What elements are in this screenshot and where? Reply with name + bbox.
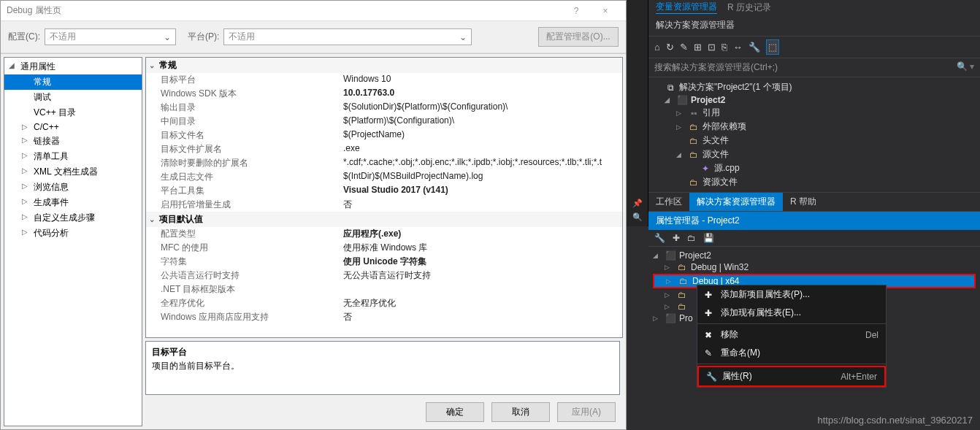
- external-deps-node[interactable]: ▷🗀外部依赖项: [653, 120, 976, 134]
- dialog-title: Debug 属性页: [7, 4, 61, 17]
- chevron-down-icon: ⌄: [459, 32, 467, 42]
- chevron-down-icon: ⌄: [164, 32, 171, 42]
- tab-r-help[interactable]: R 帮助: [783, 193, 824, 211]
- resources-node[interactable]: 🗀资源文件: [653, 175, 976, 189]
- config-label: 配置(C):: [8, 31, 40, 43]
- project-node[interactable]: ◢⬛Project2: [653, 94, 976, 106]
- property-row[interactable]: 目标文件名$(ProjectName): [146, 128, 622, 142]
- solution-search[interactable]: 搜索解决方案资源管理器(Ctrl+;) 🔍 ▾: [648, 58, 980, 77]
- add-icon[interactable]: ✚: [673, 233, 680, 243]
- wrench-icon[interactable]: 🔧: [654, 233, 665, 243]
- category-header[interactable]: ⌄常规: [146, 58, 622, 73]
- search-placeholder: 搜索解决方案资源管理器(Ctrl+;): [654, 62, 778, 72]
- pm-project-node[interactable]: ◢⬛Project2: [653, 250, 976, 261]
- property-grid[interactable]: ⌄常规目标平台Windows 10Windows SDK 版本10.0.1776…: [145, 57, 623, 338]
- solution-explorer-title: 解决方案资源管理器: [648, 15, 980, 37]
- platform-combo[interactable]: 不适用⌄: [223, 28, 472, 45]
- search-icon[interactable]: 🔍: [632, 212, 643, 222]
- property-manager-title: 属性管理器 - Project2: [648, 212, 980, 230]
- ok-button[interactable]: 确定: [426, 402, 484, 422]
- property-row[interactable]: 目标文件扩展名.exe: [146, 142, 622, 156]
- property-row[interactable]: .NET 目标框架版本: [146, 283, 622, 296]
- pin-icon[interactable]: 📌: [632, 199, 643, 208]
- menu-item[interactable]: ✖移除Del: [697, 326, 886, 344]
- tab-workspace[interactable]: 工作区: [648, 193, 689, 211]
- property-row[interactable]: 全程序优化无全程序优化: [146, 296, 622, 310]
- toolbar-icon[interactable]: ⊞: [694, 42, 702, 53]
- property-pages-dialog: Debug 属性页 ? × 配置(C): 不适用⌄ 平台(P): 不适用⌄ 配置…: [0, 0, 627, 430]
- tree-node[interactable]: ▷链接器: [4, 134, 142, 149]
- cancel-button[interactable]: 取消: [491, 402, 550, 422]
- toolbar-icon[interactable]: ⎘: [721, 42, 727, 53]
- close-button[interactable]: ×: [591, 6, 620, 16]
- config-row: 配置(C): 不适用⌄ 平台(P): 不适用⌄ 配置管理器(O)...: [1, 21, 626, 53]
- toolbar-icon[interactable]: 🔧: [749, 42, 760, 53]
- toolbar-icon[interactable]: ✎: [680, 42, 688, 53]
- tree-node[interactable]: ▷清单工具: [4, 149, 142, 164]
- search-icon: 🔍 ▾: [957, 61, 974, 72]
- tab-r-history[interactable]: R 历史记录: [727, 1, 771, 14]
- tree-node[interactable]: ▷自定义生成步骤: [4, 210, 142, 226]
- property-row[interactable]: 输出目录$(SolutionDir)$(Platform)\$(Configur…: [146, 101, 622, 115]
- tree-node[interactable]: ▷C/C++: [4, 120, 142, 134]
- tree-node[interactable]: VC++ 目录: [4, 105, 142, 120]
- description-box: 目标平台 项目的当前目标平台。: [145, 341, 620, 395]
- menu-item[interactable]: ✎重命名(M): [697, 344, 886, 362]
- tree-node[interactable]: ▷浏览信息: [4, 180, 142, 195]
- tree-node[interactable]: ▷XML 文档生成器: [4, 164, 142, 180]
- tree-node[interactable]: ▷生成事件: [4, 195, 142, 210]
- apply-button[interactable]: 应用(A): [557, 402, 616, 422]
- sources-node[interactable]: ◢🗀源文件: [653, 147, 976, 161]
- menu-item[interactable]: ✚添加现有属性表(E)...: [697, 304, 886, 322]
- property-row[interactable]: 字符集使用 Unicode 字符集: [146, 255, 622, 269]
- menu-item[interactable]: 🔧属性(R)Alt+Enter: [697, 366, 886, 387]
- bottom-tabs: 工作区 解决方案资源管理器 R 帮助: [648, 192, 980, 212]
- top-tabs: 变量资源管理器 R 历史记录: [648, 0, 980, 15]
- headers-node[interactable]: 🗀头文件: [653, 134, 976, 147]
- tab-solution-explorer[interactable]: 解决方案资源管理器: [689, 193, 783, 211]
- source-file-node[interactable]: ✦源.cpp: [653, 161, 976, 175]
- property-row[interactable]: 中间目录$(Platform)\$(Configuration)\: [146, 115, 622, 128]
- property-row[interactable]: 公共语言运行时支持无公共语言运行时支持: [146, 269, 622, 283]
- menu-item[interactable]: ✚添加新项目属性表(P)...: [697, 285, 886, 304]
- property-row[interactable]: Windows SDK 版本10.0.17763.0: [146, 87, 622, 101]
- description-title: 目标平台: [152, 346, 613, 358]
- tab-variable-explorer[interactable]: 变量资源管理器: [656, 1, 717, 14]
- property-manager-toolbar: 🔧 ✚ 🗀 💾: [648, 230, 980, 247]
- save-icon[interactable]: 💾: [703, 233, 714, 243]
- toolbar-icon[interactable]: ↔: [733, 42, 743, 53]
- property-manager-tree[interactable]: ◢⬛Project2 ▷🗀Debug | Win32 ▷🗀Debug | x64…: [648, 247, 980, 327]
- dialog-titlebar: Debug 属性页 ? ×: [1, 1, 626, 21]
- toolbar-icon[interactable]: ⊡: [708, 42, 716, 53]
- folder-icon[interactable]: 🗀: [687, 233, 696, 243]
- tree-node[interactable]: 常规: [4, 74, 142, 90]
- config-manager-button[interactable]: 配置管理器(O)...: [538, 27, 619, 47]
- property-row[interactable]: 清除时要删除的扩展名*.cdf;*.cache;*.obj;*.obj.enc;…: [146, 156, 622, 170]
- visual-studio-panel: 📌 🔍 变量资源管理器 R 历史记录 解决方案资源管理器 ⌂↻✎⊞⊡⎘↔🔧⬚ 搜…: [627, 0, 980, 430]
- property-row[interactable]: 目标平台Windows 10: [146, 73, 622, 87]
- references-node[interactable]: ▷▪▪引用: [653, 106, 976, 120]
- collapsed-sidebar: 📌 🔍: [627, 0, 648, 226]
- property-row[interactable]: 启用托管增量生成否: [146, 198, 622, 212]
- property-row[interactable]: 生成日志文件$(IntDir)$(MSBuildProjectName).log: [146, 170, 622, 184]
- toolbar-icon[interactable]: ⌂: [654, 42, 660, 53]
- watermark: https://blog.csdn.net/sinat_39620217: [818, 415, 973, 426]
- property-row[interactable]: 平台工具集Visual Studio 2017 (v141): [146, 184, 622, 198]
- tree-node[interactable]: ▷代码分析: [4, 226, 142, 241]
- category-header[interactable]: ⌄项目默认值: [146, 212, 622, 227]
- solution-tree[interactable]: ⧉解决方案"Project2"(1 个项目) ◢⬛Project2 ▷▪▪引用 …: [648, 77, 980, 192]
- tree-node[interactable]: ◢通用属性: [4, 59, 142, 74]
- property-row[interactable]: MFC 的使用使用标准 Windows 库: [146, 241, 622, 255]
- help-button[interactable]: ?: [562, 6, 591, 16]
- toolbar-icon[interactable]: ⬚: [766, 39, 779, 55]
- category-tree[interactable]: ◢通用属性常规调试VC++ 目录▷C/C++▷链接器▷清单工具▷XML 文档生成…: [4, 57, 142, 426]
- toolbar-icon[interactable]: ↻: [666, 42, 674, 53]
- property-row[interactable]: Windows 应用商店应用支持否: [146, 310, 622, 324]
- context-menu: ✚添加新项目属性表(P)...✚添加现有属性表(E)...✖移除Del✎重命名(…: [697, 285, 887, 388]
- pm-config-win32[interactable]: ▷🗀Debug | Win32: [653, 261, 976, 273]
- solution-node[interactable]: ⧉解决方案"Project2"(1 个项目): [653, 80, 976, 94]
- config-combo[interactable]: 不适用⌄: [45, 28, 176, 45]
- tree-node[interactable]: 调试: [4, 90, 142, 105]
- property-row[interactable]: 配置类型应用程序(.exe): [146, 227, 622, 241]
- description-body: 项目的当前目标平台。: [152, 360, 613, 372]
